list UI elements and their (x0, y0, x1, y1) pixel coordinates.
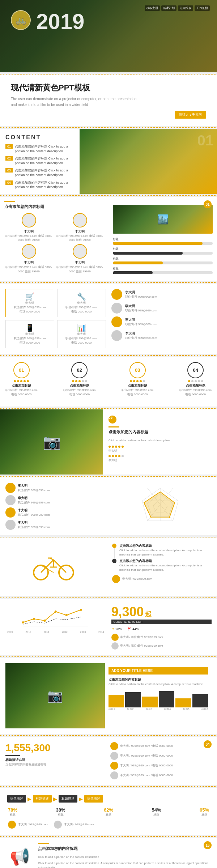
rating-label-2: 李大明 (109, 458, 212, 463)
icon-grid: 🛒 李大明职位/邮件 999@999.com电话 0000-0000 🔧 李大明… (5, 289, 106, 348)
bike-layout: 点击添加您的内容标题 Click to add a portion on the… (0, 538, 217, 596)
name-4: 李大明 (55, 260, 104, 265)
dot3-y (130, 380, 132, 382)
camera-image-2: 📷 (0, 409, 103, 475)
rteam-1: 李大明 职位/邮件 999@999.com (5, 483, 109, 493)
pct-4: 54% 标题 (152, 807, 161, 817)
prog-fill-3 (113, 261, 163, 264)
step-text-4: 职位/邮件 999@999.com电话 0000-0000 (179, 388, 212, 397)
tname-1: 李大明 (125, 290, 157, 295)
big-stat-col: 1,555,300 标题描述说明 点击添加您的内容标题描述说明 (5, 742, 107, 779)
dots-2 (63, 380, 95, 382)
r2-1 (109, 455, 111, 457)
rteam-3: 李大明 职位/邮件 999@999.com (5, 507, 109, 518)
year-4: 2012 (62, 631, 68, 633)
step-text-2: 职位/邮件 999@999.com电话 0000-0000 (63, 388, 95, 397)
r2-2 (112, 455, 114, 457)
stat-2-display: 🚩 44% (128, 627, 139, 631)
prog-label-3: 标题 (113, 257, 213, 261)
hero-content: 🚲 2019 (0, 0, 217, 40)
percentages-row: 78% 标题 38% 标题 62% 标题 54% 标题 65% 标题 (4, 805, 213, 819)
step-3: 03 点击添加标题 职位/邮件 999@999.com电话 0000-0000 (122, 362, 154, 397)
slide-stats-chart: 2009 2010 2011 2012 2013 2014 9,300 起 CL… (0, 599, 217, 655)
content-left: CONTENT 01 点击添加您的内容标题 Click to add a por… (0, 129, 80, 194)
divider-4 (0, 282, 217, 283)
item-num-1: 01 (5, 144, 13, 149)
desc-col: 05 点击添加您的内容标题 Click to add a portion on … (103, 409, 217, 475)
dot3-y2 (133, 380, 135, 382)
dot-y4 (24, 380, 26, 382)
circle-avatar-1 (111, 289, 122, 300)
team-item-1: 李大明 职位/邮件 999@999.com (111, 289, 212, 300)
mini-avatar-1 (111, 634, 119, 641)
stat-1-display: ⏱ 98% (111, 627, 122, 631)
svg-point-21 (55, 610, 57, 613)
info-3: 职位/邮件 999@999.com 电话 0000-0000 微信 99999 (4, 265, 53, 273)
team-list-3: 李大明 / 999@999.com / 电话 0000-0000 李大明 / 9… (110, 742, 212, 779)
rtext-3: 李大明 职位/邮件 999@999.com (18, 508, 50, 517)
subtitle: The user can demonstrate on a projector … (11, 96, 141, 108)
big-number: 9,300 (111, 604, 144, 620)
arrow-1: ▶ (27, 796, 31, 802)
divider-5 (0, 355, 217, 356)
slide-camera-desc: 📷 05 点击添加您的内容标题 Click to add a portion o… (0, 409, 217, 475)
slide-content-menu: CONTENT 01 点击添加您的内容标题 Click to add a por… (0, 129, 217, 194)
step-circle-1: 01 (13, 362, 30, 378)
step-title-2: 点击添加标题 (63, 383, 95, 388)
bar-6 (192, 694, 208, 708)
icon-label-3: 李大明职位/邮件 999@999.com电话 0000-0000 (9, 332, 51, 345)
prog-bar-1 (113, 242, 213, 245)
radar-col: 李大明 职位/邮件 999@999.com 李大明 职位/邮件 999@999.… (5, 483, 109, 530)
flow-start: 标题描述 (7, 795, 26, 803)
slide11-subtitle: 点击添加您的内容标题 (109, 677, 208, 682)
step-title-1: 点击添加标题 (5, 383, 38, 388)
divider-11 (0, 735, 217, 736)
tinfo-4: 职位/邮件 999@999.com (125, 336, 157, 340)
rtext-4: 李大明 职位/邮件 999@999.com (18, 520, 50, 529)
step-circle-4: 04 (187, 362, 204, 378)
mega-title: 点击添加您的内容标题 (38, 846, 212, 851)
arrow-2: ▶ (53, 796, 57, 802)
icon-cell-1: 🛒 李大明职位/邮件 999@999.com电话 0000-0000 (5, 289, 54, 317)
team-member-4: 李大明 职位/邮件 999@999.com 电话 0000-0000 微信 99… (55, 244, 104, 273)
svg-point-18 (22, 621, 24, 624)
chart-years: 2009 2010 2011 2012 2013 2014 (5, 631, 106, 633)
rtext-2: 李大明 职位/邮件 999@999.com (18, 496, 50, 505)
rtext-1: 李大明 职位/邮件 999@999.com (18, 484, 50, 493)
mini-team-2: 李大明 / 职位/邮件 999@999.com (111, 642, 212, 650)
prog-fill-2 (113, 252, 183, 255)
team-member-2: 李大明 职位/邮件 999@999.com 电话 0000-0000 微信 99… (55, 213, 104, 242)
r1-5 (122, 446, 124, 448)
camera-image: 🏙️ (113, 205, 213, 234)
team-mini-2: 李大明 / 999@999.com 李大明 / 999@999.com (4, 819, 213, 830)
step-1: 01 点击添加标题 职位/邮件 999@999.com电话 0000-0000 (5, 362, 38, 397)
tt-avatar-2 (110, 752, 118, 760)
progress-1: 标题 (113, 237, 213, 245)
step-line-2 (112, 559, 116, 563)
dot2-y2 (75, 380, 77, 382)
team-mini: 李大明 / 职位/邮件 999@999.com 李大明 / 职位/邮件 999@… (111, 634, 212, 650)
big-num-value: 9,300 (111, 604, 144, 619)
step-line-1 (112, 544, 116, 559)
divider-7 (0, 476, 217, 477)
author-button[interactable]: 演讲人：千库网 (175, 111, 206, 119)
prog-bar-2 (113, 252, 213, 255)
r2-4 (118, 455, 120, 457)
dot3-g (143, 380, 145, 382)
team-member-1: 李大明 职位/邮件 999@999.com 电话 0000-0000 微信 99… (4, 213, 53, 242)
step-circle-3: 03 (129, 362, 146, 378)
tteam-1: 李大明 / 999@999.com / 电话 0000-0000 (110, 742, 212, 750)
icon-label-1: 李大明职位/邮件 999@999.com电话 0000-0000 (9, 301, 51, 314)
year-1: 2009 (7, 631, 13, 633)
content-image: 01 (80, 129, 217, 194)
tteam-3: 李大明 / 999@999.com / 电话 0000-0000 (110, 762, 212, 770)
step-dot-2 (112, 559, 116, 563)
svg-point-19 (33, 618, 35, 620)
tname-3: 李大明 (125, 318, 157, 322)
bar-5 (175, 698, 191, 707)
dot-y2 (17, 380, 19, 382)
small-avatar-1 (112, 575, 120, 583)
title-bars-col: ADD YOUR TITLE HERE 点击添加您的内容标题 Click to … (105, 663, 212, 728)
prog-bar-4 (113, 271, 213, 274)
stat-1: 98% (116, 627, 122, 631)
